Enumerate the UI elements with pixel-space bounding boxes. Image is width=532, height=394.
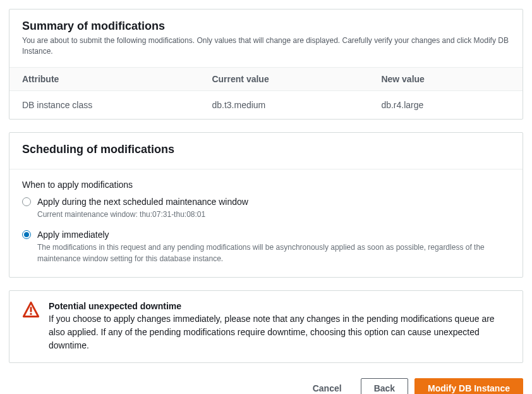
cell-attribute: DB instance class	[9, 90, 199, 119]
svg-point-1	[30, 313, 32, 315]
radio-apply-immediately-desc: The modifications in this request and an…	[37, 242, 510, 264]
warning-text: If you choose to apply changes immediate…	[49, 312, 510, 352]
col-new-value: New value	[368, 67, 523, 90]
scheduling-title: Scheduling of modifications	[22, 143, 510, 156]
modifications-table: Attribute Current value New value DB ins…	[9, 67, 523, 119]
col-current-value: Current value	[199, 67, 368, 90]
modify-db-instance-button[interactable]: Modify DB Instance	[414, 378, 523, 394]
back-button[interactable]: Back	[361, 378, 408, 394]
cell-new-value: db.r4.large	[368, 90, 523, 119]
radio-apply-immediately-label: Apply immediately	[37, 229, 510, 240]
radio-maintenance-window-desc: Current maintenance window: thu:07:31-th…	[37, 209, 510, 220]
radio-maintenance-window[interactable]	[22, 197, 31, 206]
summary-panel: Summary of modifications You are about t…	[9, 9, 523, 120]
col-attribute: Attribute	[9, 67, 199, 90]
scheduling-panel: Scheduling of modifications When to appl…	[9, 132, 523, 278]
warning-title: Potential unexpected downtime	[49, 301, 510, 311]
radio-apply-immediately[interactable]	[22, 230, 31, 239]
cancel-button[interactable]: Cancel	[300, 379, 354, 394]
radio-maintenance-window-label: Apply during the next scheduled maintena…	[37, 196, 510, 207]
action-buttons: Cancel Back Modify DB Instance	[9, 378, 523, 394]
warning-icon	[22, 301, 40, 319]
downtime-warning-alert: Potential unexpected downtime If you cho…	[9, 290, 523, 363]
table-row: DB instance class db.t3.medium db.r4.lar…	[9, 90, 523, 119]
when-to-apply-label: When to apply modifications	[22, 180, 510, 190]
summary-description: You are about to submit the following mo…	[22, 35, 510, 57]
summary-title: Summary of modifications	[22, 20, 510, 33]
cell-current-value: db.t3.medium	[199, 90, 368, 119]
